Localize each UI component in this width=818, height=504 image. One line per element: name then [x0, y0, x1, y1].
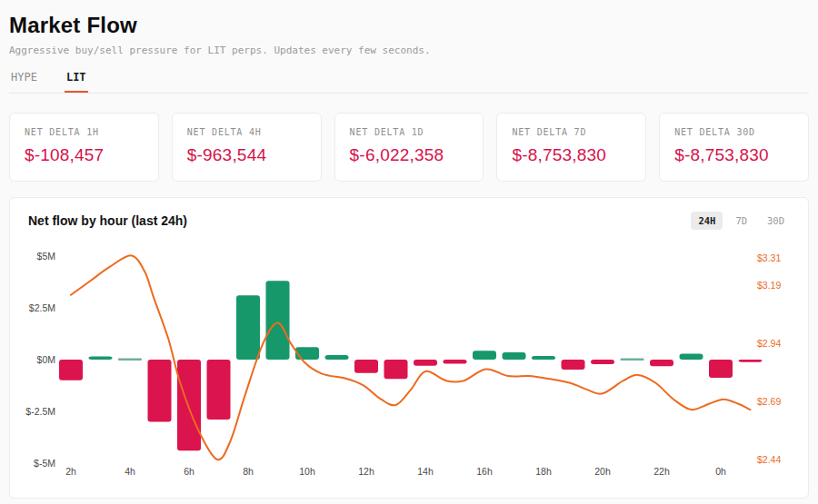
- stat-label: NET DELTA 4H: [187, 127, 306, 137]
- flow-bar: [650, 360, 673, 366]
- flow-bar: [532, 356, 555, 360]
- stat-value: $-6,022,358: [350, 145, 469, 165]
- net-flow-panel: Net flow by hour (last 24h) 24H 7D 30D $…: [9, 197, 809, 499]
- flow-bar: [591, 360, 614, 364]
- net-delta-card-7d: NET DELTA 7D $-8,753,830: [496, 113, 646, 182]
- range-switcher: 24H 7D 30D: [691, 212, 792, 230]
- x-axis-tick-label: 12h: [358, 466, 374, 477]
- left-axis-tick-label: $2.5M: [29, 302, 55, 313]
- stat-value: $-108,457: [25, 145, 144, 165]
- x-axis-tick-label: 2h: [65, 466, 76, 477]
- left-axis-tick-label: $0M: [37, 354, 55, 365]
- x-axis-tick-label: 20h: [594, 466, 611, 477]
- left-axis-tick-label: $5M: [37, 251, 55, 262]
- flow-bar: [295, 347, 319, 360]
- left-axis-tick-label: $-2.5M: [25, 406, 55, 417]
- range-24h-button[interactable]: 24H: [691, 212, 723, 230]
- net-delta-card-30d: NET DELTA 30D $-8,753,830: [659, 113, 809, 182]
- x-axis-tick-label: 8h: [243, 466, 254, 477]
- flow-bar: [414, 360, 437, 366]
- flow-bar: [621, 359, 644, 361]
- flow-bar: [384, 360, 408, 379]
- tab-hype[interactable]: HYPE: [9, 71, 39, 93]
- flow-bar: [177, 360, 201, 450]
- x-axis-tick-label: 0h: [715, 466, 726, 477]
- right-axis-tick-label: $2.69: [757, 396, 781, 407]
- flow-bar: [148, 360, 172, 421]
- stat-label: NET DELTA 1D: [350, 127, 469, 137]
- flow-bar: [325, 355, 349, 360]
- market-flow-page: Market Flow Aggressive buy/sell pressure…: [0, 0, 818, 499]
- flow-bar: [739, 360, 763, 362]
- flow-bar: [444, 360, 467, 364]
- flow-bar: [680, 354, 703, 360]
- stat-label: NET DELTA 30D: [674, 127, 793, 137]
- price-line: [71, 255, 751, 460]
- x-axis-tick-label: 16h: [476, 466, 493, 477]
- chart-title: Net flow by hour (last 24h): [28, 213, 187, 228]
- stat-value: $-963,544: [187, 145, 306, 165]
- range-7d-button[interactable]: 7D: [728, 212, 754, 230]
- right-axis-tick-label: $3.19: [757, 280, 781, 291]
- flow-bar: [354, 360, 378, 373]
- net-delta-card-1d: NET DELTA 1D $-6,022,358: [334, 113, 484, 182]
- tab-lit[interactable]: LIT: [65, 71, 88, 93]
- left-axis-tick-label: $-5M: [34, 458, 55, 469]
- x-axis-tick-label: 22h: [653, 466, 670, 477]
- x-axis-tick-label: 18h: [535, 466, 552, 477]
- net-delta-card-1h: NET DELTA 1H $-108,457: [9, 113, 159, 182]
- flow-bar: [562, 360, 585, 370]
- flow-bar: [236, 295, 260, 360]
- net-delta-card-4h: NET DELTA 4H $-963,544: [172, 113, 322, 182]
- page-subtitle: Aggressive buy/sell pressure for LIT per…: [9, 44, 809, 56]
- stat-label: NET DELTA 1H: [25, 127, 144, 137]
- flow-bar: [266, 281, 290, 360]
- net-flow-chart: $5M$2.5M$0M$-2.5M$-5M$3.31$3.19$2.94$2.6…: [21, 237, 797, 484]
- flow-bar: [709, 360, 733, 378]
- net-delta-cards: NET DELTA 1H $-108,457 NET DELTA 4H $-96…: [9, 113, 809, 182]
- right-axis-tick-label: $3.31: [757, 252, 781, 263]
- right-axis-tick-label: $2.94: [757, 338, 781, 349]
- x-axis-tick-label: 10h: [299, 466, 315, 477]
- flow-bar: [59, 360, 83, 380]
- flow-bar: [89, 357, 113, 360]
- flow-bar: [207, 360, 231, 420]
- flow-bar: [473, 351, 496, 360]
- chart-header: Net flow by hour (last 24h) 24H 7D 30D: [21, 212, 797, 230]
- page-title: Market Flow: [9, 13, 809, 38]
- stat-label: NET DELTA 7D: [512, 127, 631, 137]
- right-axis-tick-label: $2.44: [757, 454, 781, 465]
- flow-bar: [118, 359, 142, 361]
- x-axis-tick-label: 14h: [417, 466, 434, 477]
- x-axis-tick-label: 4h: [125, 466, 135, 477]
- stat-value: $-8,753,830: [512, 145, 631, 165]
- asset-tabs: HYPE LIT: [9, 71, 809, 94]
- x-axis-tick-label: 6h: [184, 466, 195, 477]
- range-30d-button[interactable]: 30D: [760, 212, 792, 230]
- flow-bar: [503, 352, 526, 360]
- stat-value: $-8,753,830: [674, 145, 793, 165]
